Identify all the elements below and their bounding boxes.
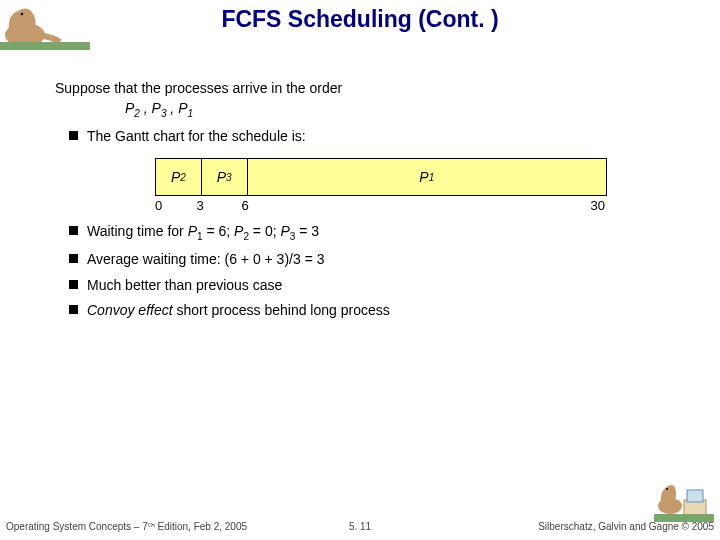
gantt-segment: P3 — [202, 159, 248, 195]
bullet-better: Much better than previous case — [69, 276, 665, 296]
bullet-gantt-intro: The Gantt chart for the schedule is: — [69, 127, 665, 147]
svg-rect-4 — [687, 490, 703, 502]
gantt-tick: 6 — [241, 198, 248, 213]
footer-left: Operating System Concepts – 7ᵗʰ Edition,… — [6, 521, 247, 532]
bullet-convoy: Convoy effect short process behind long … — [69, 301, 665, 321]
gantt-segment: P1 — [248, 159, 606, 195]
gantt-segment: P2 — [156, 159, 202, 195]
gantt-tick: 3 — [196, 198, 203, 213]
slide-title: FCFS Scheduling (Cont. ) — [0, 0, 720, 33]
footer-copyright: Silberschatz, Galvin and Gagne © 2005 — [538, 521, 714, 532]
gantt-tick: 0 — [155, 198, 162, 213]
proc-p2: P — [125, 100, 134, 116]
svg-rect-2 — [0, 42, 90, 50]
slide-header: FCFS Scheduling (Cont. ) — [0, 0, 720, 60]
bullet-list-2: Waiting time for P1 = 6; P2 = 0; P3 = 3 … — [55, 222, 665, 321]
bullet-list: The Gantt chart for the schedule is: — [55, 127, 665, 147]
dinosaur-logo-top-left — [0, 0, 90, 50]
bullet-avg-wait: Average waiting time: (6 + 0 + 3)/3 = 3 — [69, 250, 665, 270]
intro-text: Suppose that the processes arrive in the… — [55, 80, 665, 96]
gantt-chart: P2P3P1 03630 — [155, 158, 605, 216]
svg-point-6 — [666, 488, 668, 490]
footer-page-number: 5. 11 — [349, 521, 371, 532]
proc-p1: P — [178, 100, 187, 116]
proc-p3: P — [152, 100, 161, 116]
dinosaur-logo-bottom-right — [654, 472, 714, 522]
bullet-waiting-times: Waiting time for P1 = 6; P2 = 0; P3 = 3 — [69, 222, 665, 244]
slide-body: Suppose that the processes arrive in the… — [0, 60, 720, 321]
gantt-tick: 30 — [591, 198, 605, 213]
process-order: P2 , P3 , P1 — [125, 100, 665, 119]
svg-point-1 — [21, 13, 24, 16]
